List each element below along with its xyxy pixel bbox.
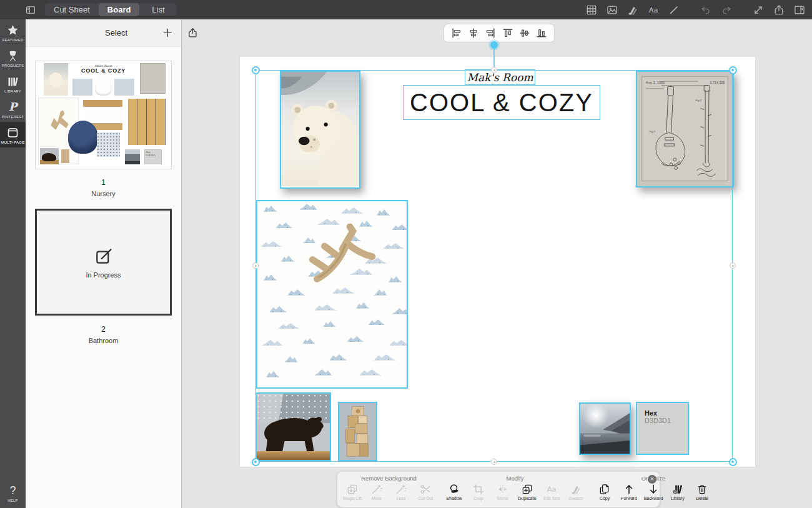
hex-swatch-value: D3D3D1	[645, 417, 688, 424]
library-button[interactable]: Library	[668, 483, 688, 501]
undo-icon[interactable]	[700, 4, 712, 16]
align-bottom-button[interactable]	[535, 27, 548, 39]
rotation-handle[interactable]	[490, 41, 498, 49]
hex-color-swatch[interactable]: Hex D3D3D1	[636, 402, 689, 455]
image-icon[interactable]	[606, 4, 618, 16]
thumb-wood-figure	[61, 149, 69, 163]
backward-button[interactable]: Backward	[643, 483, 663, 501]
seascape-photo[interactable]	[579, 402, 631, 455]
page-number-2: 2	[35, 325, 172, 334]
wallpaper-mountain-motif	[260, 339, 283, 346]
wand-icon	[395, 483, 407, 496]
page-number-1: 1	[35, 178, 172, 187]
align-right-button[interactable]	[484, 27, 497, 39]
sidebar-item-label: FEATURED	[2, 38, 24, 42]
swatch-icon[interactable]	[626, 4, 639, 16]
wallpaper-mountain-motif	[377, 209, 390, 216]
toolbar-section-modify: ModifyShadowCropMirrorDuplicateAaEdit Te…	[444, 475, 586, 507]
sidebar-item-featured[interactable]: FEATURED	[0, 19, 26, 45]
duplicate-button[interactable]: Duplicate	[517, 483, 537, 501]
wallpaper-antler-image[interactable]	[256, 200, 408, 389]
tab-cut-sheet[interactable]: Cut Sheet	[45, 3, 99, 16]
patent-date: Aug. 2, 1955	[646, 81, 665, 84]
tab-board[interactable]: Board	[99, 3, 140, 16]
copy-button[interactable]: Copy	[595, 483, 615, 501]
thumb-title-block: Mak's Room COOL & COZY	[68, 64, 139, 74]
hex-swatch-label: Hex	[645, 409, 688, 417]
more-button: More	[367, 483, 387, 501]
wooden-blocks-image[interactable]	[338, 402, 377, 461]
align-center-vertical-button[interactable]	[518, 27, 531, 39]
trash-icon	[696, 483, 708, 496]
toolbar-section-title: Remove Background	[361, 475, 417, 482]
arrow-down-icon	[647, 483, 660, 496]
wallpaper-mountain-motif	[392, 224, 408, 231]
top-toolbar: Cut SheetBoardList Aa	[0, 0, 812, 19]
text-icon[interactable]: Aa	[647, 4, 660, 16]
redo-icon[interactable]	[720, 4, 733, 16]
align-top-button[interactable]	[502, 27, 514, 39]
share-page-button[interactable]	[187, 26, 199, 39]
sidebar-item-multi-page[interactable]: MULTI-PAGE	[0, 122, 26, 147]
selection-handle-middle-right[interactable]	[730, 262, 736, 269]
thumb-armchair	[68, 121, 98, 154]
polar-bear-image[interactable]	[280, 71, 360, 189]
close-toolbar-button[interactable]: ×	[648, 475, 656, 484]
page-thumbnail-nursery[interactable]: Mak's Room COOL & COZY Hex D3D3D1	[35, 61, 172, 169]
selection-handle-bottom-center[interactable]	[491, 459, 497, 465]
board-title-textbox[interactable]: COOL & COZY	[403, 85, 600, 120]
sidebar-item-products[interactable]: PRODUCTS	[0, 45, 26, 71]
left-sidebar: FEATUREDPRODUCTSLIBRARYPPINTERESTMULTI-P…	[0, 19, 26, 508]
wallpaper-mountain-motif	[284, 356, 298, 362]
question-icon: ?	[6, 484, 19, 497]
align-center-horizontal-button[interactable]	[467, 27, 480, 39]
selection-handle-bottom-right[interactable]	[729, 458, 737, 466]
bear-figurine-image[interactable]	[255, 392, 331, 461]
shadow-button[interactable]: Shadow	[444, 483, 464, 501]
delete-button[interactable]: Delete	[692, 483, 712, 501]
arrow-up-icon	[623, 483, 635, 496]
sidebar-item-pinterest[interactable]: PPINTEREST	[0, 96, 26, 122]
plus-icon	[162, 27, 174, 39]
guitar-patent-image[interactable]: Aug. 2, 1955 2,714,326 Fig.1	[636, 71, 734, 187]
selection-handle-top-center[interactable]	[491, 67, 497, 73]
wallpaper-mountain-motif	[275, 222, 294, 229]
forward-button[interactable]: Forward	[619, 483, 639, 501]
sidebar-help-label: HELP	[7, 499, 17, 502]
copy-icon	[598, 483, 611, 496]
panel-right-icon[interactable]	[793, 4, 806, 16]
wallpaper-mountain-motif	[264, 274, 277, 281]
wallpaper-mountain-motif	[347, 336, 365, 342]
toolbar-section-title: Modify	[507, 475, 524, 482]
thumb-bear-figurine	[40, 148, 59, 164]
svg-text:?: ?	[10, 484, 16, 497]
sidebar-item-library[interactable]: LIBRARY	[0, 71, 26, 96]
patent-number: 2,714,326	[710, 81, 725, 84]
expand-icon[interactable]	[752, 4, 765, 16]
grid-icon[interactable]	[585, 4, 598, 16]
selection-handle-bottom-left[interactable]	[252, 458, 260, 466]
toolbar-item-label: Edit Text	[543, 496, 560, 501]
library-icon	[6, 75, 19, 88]
sidebar-toggle-icon[interactable]	[24, 4, 37, 16]
board-subtitle-textbox[interactable]: Mak's Room	[465, 69, 535, 85]
thumb-seascape	[125, 149, 140, 164]
magic-lift-icon	[346, 483, 359, 496]
selection-handle-top-right[interactable]	[729, 66, 737, 74]
page-thumbnail-bathroom[interactable]: In Progress	[35, 209, 172, 316]
add-page-button[interactable]	[162, 27, 174, 39]
edit-text-icon: Aa	[545, 483, 558, 496]
align-left-button[interactable]	[450, 27, 463, 39]
share-icon[interactable]	[773, 4, 785, 16]
topbar-actions: Aa	[585, 4, 806, 16]
wallpaper-mountain-motif	[341, 207, 364, 214]
tab-list[interactable]: List	[139, 3, 177, 16]
select-button[interactable]: Select	[105, 28, 127, 37]
wallpaper-mountain-motif	[392, 307, 408, 314]
pen-icon[interactable]	[668, 4, 680, 16]
selection-handle-top-left[interactable]	[252, 66, 260, 74]
sidebar-item-help[interactable]: ? HELP	[0, 480, 26, 506]
wallpaper-mountain-motif	[374, 354, 396, 361]
toolbar-item-label: Swatch	[569, 496, 583, 501]
selection-handle-middle-left[interactable]	[252, 262, 259, 269]
